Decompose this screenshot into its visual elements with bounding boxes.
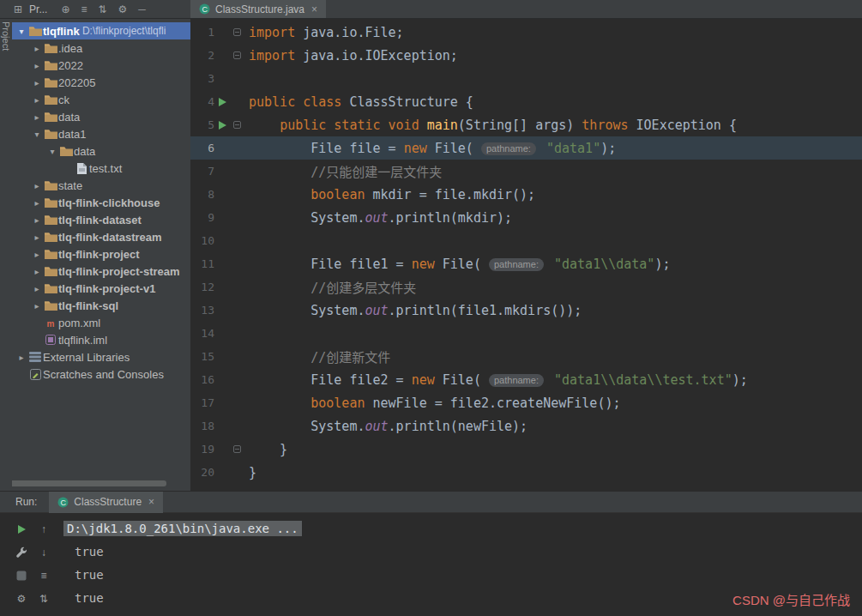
line-number[interactable]: 20: [190, 466, 214, 479]
code-line-14[interactable]: 14: [190, 322, 862, 345]
project-selector[interactable]: Pr...: [29, 3, 47, 15]
tree-item-tlq-flink-datastream[interactable]: ▸tlq-flink-datastream: [12, 228, 190, 245]
code-line-2[interactable]: 2import java.io.IOException;: [190, 44, 862, 67]
chevron-right-icon[interactable]: ▸: [31, 250, 43, 259]
line-number[interactable]: 4: [190, 95, 214, 108]
line-number[interactable]: 11: [190, 257, 214, 270]
chevron-down-icon[interactable]: ▾: [15, 27, 27, 36]
code-line-5[interactable]: 5 public static void main(String[] args)…: [190, 113, 862, 136]
minimize-icon[interactable]: ─: [138, 4, 146, 15]
line-number[interactable]: 3: [190, 72, 214, 85]
chevron-right-icon[interactable]: ▸: [31, 78, 43, 88]
tree-item-tlqflink-iml[interactable]: tlqflink.iml: [12, 331, 190, 348]
globe-icon[interactable]: ⊕: [61, 4, 69, 15]
tree-item-test-txt[interactable]: test.txt: [12, 160, 190, 177]
tree-item-pom-xml[interactable]: mpom.xml: [12, 314, 190, 331]
horizontal-scrollbar[interactable]: [2, 480, 166, 486]
tree-item-tlq-flink-clickhouse[interactable]: ▸tlq-flink-clickhouse: [12, 194, 190, 211]
scroll-end-icon[interactable]: ⇅: [33, 587, 55, 610]
gears-icon[interactable]: ⚙: [10, 587, 33, 610]
line-number[interactable]: 8: [190, 188, 214, 201]
chevron-down-icon[interactable]: ▾: [31, 130, 43, 139]
chevron-right-icon[interactable]: ▸: [31, 267, 43, 276]
line-number[interactable]: 13: [190, 304, 214, 317]
tree-item-tlq-flink-project-v1[interactable]: ▸tlq-flink-project-v1: [12, 280, 190, 297]
code-line-17[interactable]: 17 boolean newFile = file2.createNewFile…: [190, 391, 862, 414]
tree-item-data1[interactable]: ▾data1: [12, 125, 190, 142]
run-tab[interactable]: C ClassStructure ×: [49, 492, 163, 513]
line-number[interactable]: 18: [190, 420, 214, 432]
fold-icon[interactable]: [230, 121, 244, 129]
line-number[interactable]: 7: [190, 165, 214, 178]
line-number[interactable]: 17: [190, 396, 214, 409]
rerun-icon[interactable]: [10, 517, 33, 541]
tree-item-ck[interactable]: ▸ck: [12, 91, 190, 108]
code-line-8[interactable]: 8 boolean mkdir = file.mkdir();: [190, 183, 862, 206]
code-line-18[interactable]: 18 System.out.println(newFile);: [190, 414, 862, 438]
line-number[interactable]: 2: [190, 49, 214, 62]
chevron-right-icon[interactable]: ▸: [31, 233, 43, 242]
line-number[interactable]: 5: [190, 118, 214, 131]
chevron-right-icon[interactable]: ▸: [31, 301, 43, 311]
tree-item-external-libraries[interactable]: ▸External Libraries: [12, 348, 190, 365]
code-line-12[interactable]: 12 //创建多层文件夹: [190, 275, 862, 299]
line-number[interactable]: 16: [190, 373, 214, 386]
project-panel[interactable]: ▾tlqflink D:\flinkproject\tlqfli▸.idea▸2…: [0, 19, 190, 491]
fold-icon[interactable]: [230, 28, 244, 36]
chevron-right-icon[interactable]: ▸: [15, 353, 27, 362]
code-line-20[interactable]: 20}: [190, 461, 862, 484]
line-number[interactable]: 1: [190, 26, 214, 39]
tree-item-data[interactable]: ▾data: [12, 142, 190, 160]
run-line-icon[interactable]: [214, 97, 230, 107]
chevron-down-icon[interactable]: ▾: [46, 147, 58, 156]
chevron-right-icon[interactable]: ▸: [31, 61, 43, 70]
editor-tab[interactable]: C ClassStructure.java ×: [190, 0, 326, 18]
code-line-16[interactable]: 16 File file2 = new File( pathname: "dat…: [190, 368, 862, 391]
chevron-right-icon[interactable]: ▸: [31, 198, 43, 208]
tree-item-2022[interactable]: ▸2022: [12, 57, 190, 74]
code-line-15[interactable]: 15 //创建新文件: [190, 345, 862, 368]
fold-icon[interactable]: [230, 445, 244, 453]
tree-item-state[interactable]: ▸state: [12, 177, 190, 194]
project-window-icon[interactable]: ⊞: [14, 4, 22, 15]
tree-item-scratches-and-consoles[interactable]: Scratches and Consoles: [12, 365, 190, 383]
gear-icon[interactable]: ⚙: [118, 4, 128, 15]
code-editor[interactable]: 1import java.io.File;2import java.io.IOE…: [190, 19, 862, 491]
line-number[interactable]: 19: [190, 443, 214, 456]
tree-item-202205[interactable]: ▸202205: [12, 74, 190, 91]
line-number[interactable]: 15: [190, 350, 214, 363]
tree-item-tlqflink[interactable]: ▾tlqflink D:\flinkproject\tlqfli: [12, 22, 190, 39]
line-number[interactable]: 6: [190, 142, 214, 154]
close-icon[interactable]: ×: [311, 3, 317, 15]
code-line-9[interactable]: 9 System.out.println(mkdir);: [190, 206, 862, 229]
tree-item--idea[interactable]: ▸.idea: [12, 39, 190, 57]
tree-item-tlq-flink-project[interactable]: ▸tlq-flink-project: [12, 245, 190, 263]
code-line-10[interactable]: 10: [190, 229, 862, 252]
stop-icon[interactable]: [10, 564, 33, 587]
tree-item-tlq-flink-project-stream[interactable]: ▸tlq-flink-project-stream: [12, 263, 190, 280]
tree-item-tlq-flink-sql[interactable]: ▸tlq-flink-sql: [12, 297, 190, 314]
up-arrow-icon[interactable]: ↑: [33, 517, 55, 541]
code-line-19[interactable]: 19 }: [190, 438, 862, 461]
project-tool-window-button[interactable]: Project: [1, 21, 11, 51]
chevron-right-icon[interactable]: ▸: [31, 181, 43, 190]
line-number[interactable]: 10: [190, 234, 214, 247]
chevron-right-icon[interactable]: ▸: [31, 215, 43, 225]
tree-item-tlq-flink-dataset[interactable]: ▸tlq-flink-dataset: [12, 211, 190, 228]
code-line-7[interactable]: 7 //只能创建一层文件夹: [190, 160, 862, 183]
chevron-right-icon[interactable]: ▸: [31, 112, 43, 122]
close-icon[interactable]: ×: [148, 496, 154, 508]
chevron-right-icon[interactable]: ▸: [31, 44, 43, 53]
code-line-13[interactable]: 13 System.out.println(file1.mkdirs());: [190, 299, 862, 322]
wrench-icon[interactable]: [10, 541, 33, 564]
soft-wrap-icon[interactable]: ≡: [33, 564, 55, 587]
line-number[interactable]: 9: [190, 211, 214, 224]
line-number[interactable]: 14: [190, 327, 214, 340]
down-arrow-icon[interactable]: ↓: [33, 541, 55, 564]
code-line-6[interactable]: 6 File file = new File( pathname: "data1…: [190, 136, 862, 160]
run-line-icon[interactable]: [214, 120, 230, 130]
code-line-3[interactable]: 3: [190, 67, 862, 90]
code-line-4[interactable]: 4public class ClassStructure {: [190, 90, 862, 113]
tree-item-data[interactable]: ▸data: [12, 108, 190, 125]
code-line-11[interactable]: 11 File file1 = new File( pathname: "dat…: [190, 252, 862, 275]
